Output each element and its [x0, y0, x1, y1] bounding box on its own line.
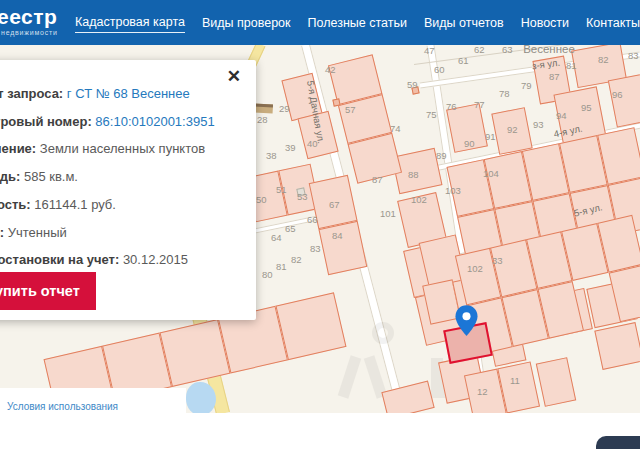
page: Весеннее 2829383940425759747547606162637…	[0, 0, 640, 449]
main-nav: Кадастровая картаВиды проверокПолезные с…	[75, 0, 640, 45]
parcel-number: 83	[310, 243, 321, 254]
parcel-number: 47	[424, 45, 435, 56]
parcel-number: 53	[297, 191, 308, 202]
parcel-number: 93	[533, 119, 544, 130]
panel-row-value[interactable]: 86:10:0102001:3951	[92, 114, 215, 129]
panel-row-label: Дата постановки на учет:	[0, 252, 119, 267]
parcel-number: 64	[271, 232, 282, 243]
parcel-number: 59	[407, 79, 418, 90]
parcel-number: 83	[628, 50, 639, 61]
parcel-number: 61	[458, 55, 469, 66]
parcel-number: 42	[325, 64, 336, 75]
parcel-number: 29	[279, 103, 290, 114]
nav-item[interactable]: Виды проверок	[202, 13, 291, 33]
location-pin-icon	[455, 305, 478, 336]
parcel-number: 75	[426, 109, 437, 120]
panel-row-label: Стоимость:	[0, 197, 31, 212]
map-edge-white-bottom	[0, 413, 640, 449]
parcel-number: 92	[507, 124, 518, 135]
parcel-number: 87	[372, 174, 383, 185]
panel-row: Назначение: Земли населенных пунктов	[0, 141, 205, 156]
panel-row-label: Назначение:	[0, 141, 36, 156]
panel-row-value[interactable]: г СТ № 68 Весеннее	[63, 86, 190, 101]
panel-row-value: Учтенный	[4, 225, 67, 240]
parcel-number: 95	[581, 102, 592, 113]
parcel-number: 87	[549, 71, 560, 82]
header: Реестр недвижимости Кадастровая картаВид…	[0, 0, 640, 45]
parcel-number: 76	[446, 101, 457, 112]
panel-row: Объект запроса: г СТ № 68 Весеннее	[0, 86, 190, 101]
map-parcel[interactable]	[608, 72, 640, 127]
parcel-number: 94	[556, 110, 567, 121]
parcel-number: 51	[276, 184, 287, 195]
parcel-number: 11	[510, 375, 520, 386]
nav-item[interactable]: Полезные статьи	[308, 13, 407, 33]
nav-item[interactable]: Новости	[521, 13, 569, 33]
pond	[186, 382, 216, 415]
parcel-number: 82	[291, 254, 302, 265]
logo[interactable]: Реестр недвижимости	[0, 5, 58, 36]
parcel-block	[309, 175, 368, 275]
close-icon[interactable]: ✕	[227, 68, 241, 85]
parcel-number: 63	[502, 45, 513, 55]
panel-row-label: Объект запроса:	[0, 86, 63, 101]
parcel-number: 81	[276, 261, 287, 272]
panel-row-value: 30.12.2015	[119, 252, 188, 267]
settlement-label: Весеннее	[523, 45, 575, 55]
parcel-number: 12	[477, 386, 488, 397]
parcel-number: 62	[474, 45, 485, 55]
parcel-number: 88	[408, 169, 419, 180]
parcel-number: 65	[285, 223, 296, 234]
parcel-number: 103	[445, 185, 461, 196]
panel-row-label: Кадастровый номер:	[0, 114, 92, 129]
parcel-number: 91	[485, 131, 496, 142]
map-parcel[interactable]	[594, 322, 640, 370]
parcel-number: 104	[483, 168, 499, 179]
parcel-number: 60	[434, 64, 445, 75]
parcel-number: 38	[266, 150, 277, 161]
terms-link[interactable]: Условия использования	[7, 401, 118, 412]
map-parcel[interactable]	[318, 221, 367, 275]
panel-row: Дата постановки на учет: 30.12.2015	[0, 252, 188, 267]
parcel-number: 67	[329, 199, 340, 210]
panel-row: Стоимость: 161144.1 руб.	[0, 197, 116, 212]
nav-item[interactable]: Контакты	[586, 13, 640, 33]
parcel-number: 50	[256, 194, 267, 205]
parcel-number: 33	[492, 255, 503, 266]
panel-row: Статус: Учтенный	[0, 225, 67, 240]
nav-item[interactable]: Виды отчетов	[424, 13, 504, 33]
nav-item[interactable]: Кадастровая карта	[75, 12, 185, 33]
parcel-number: 82	[598, 54, 609, 65]
parcel-number: 57	[345, 104, 356, 115]
parcel-number: 80	[262, 269, 273, 280]
panel-row-value: Земли населенных пунктов	[36, 141, 205, 156]
panel-row-value: 585 кв.м.	[20, 169, 78, 184]
panel-row: Площадь: 585 кв.м.	[0, 169, 78, 184]
building-icon	[332, 98, 340, 106]
parcel-number: 101	[380, 208, 396, 219]
parcel-number: 28	[257, 114, 268, 125]
parcel-number: 90	[464, 138, 475, 149]
parcel-number: 39	[285, 142, 296, 153]
parcel-number: 84	[332, 230, 343, 241]
bottom-right-control[interactable]	[596, 436, 640, 449]
parcel-number: 102	[411, 194, 427, 205]
buy-report-button[interactable]: Купить отчет	[0, 272, 96, 310]
parcel-number: 89	[436, 150, 447, 161]
panel-row: Кадастровый номер: 86:10:0102001:3951	[0, 114, 215, 129]
parcel-number: 96	[612, 89, 623, 100]
parcel-number: 77	[474, 99, 485, 110]
parcel-number: 79	[521, 80, 532, 91]
panel-row-label: Площадь:	[0, 169, 20, 184]
parcel-number: 78	[499, 88, 510, 99]
logo-subtext: недвижимости	[1, 29, 58, 36]
info-panel: ✕ Объект запроса: г СТ № 68 ВесеннееКада…	[0, 60, 256, 320]
parcel-number: 74	[390, 123, 401, 134]
logo-text: Реестр	[0, 5, 58, 29]
panel-row-value: 161144.1 руб.	[31, 197, 116, 212]
parcel-number: 102	[467, 263, 483, 274]
parcel-number: 66	[307, 214, 318, 225]
parcel-number: 81	[566, 60, 577, 71]
